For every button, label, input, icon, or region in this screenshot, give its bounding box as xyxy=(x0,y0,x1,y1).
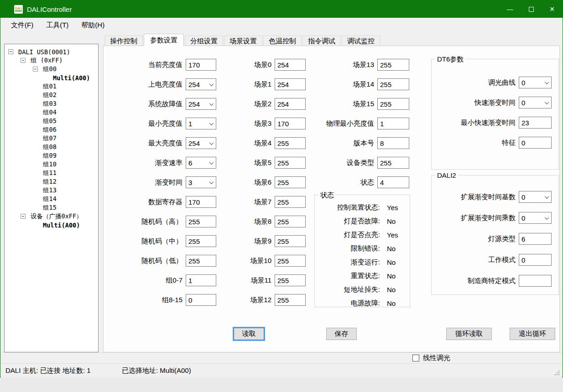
close-button[interactable]: ✕ xyxy=(542,0,563,18)
field-input[interactable]: 255 xyxy=(275,137,306,149)
field-input[interactable]: 1 xyxy=(186,118,216,129)
minimize-button[interactable]: — xyxy=(500,0,521,18)
action-button[interactable]: 读取 xyxy=(234,328,264,340)
linear-dimming-checkbox[interactable] xyxy=(412,355,419,361)
tab[interactable]: 色温控制 xyxy=(263,36,302,46)
tree-item[interactable]: 组 (0xFF) xyxy=(5,56,98,65)
field-input[interactable]: 0 xyxy=(519,191,552,203)
field-input[interactable]: 255 xyxy=(186,235,216,247)
field-input[interactable]: 254 xyxy=(186,98,216,110)
field-input[interactable]: 255 xyxy=(186,216,216,227)
tree-item[interactable]: 设备（广播0xFF） xyxy=(5,212,98,221)
menu-item[interactable]: 工具(T) xyxy=(40,19,75,32)
field-input[interactable]: 255 xyxy=(377,78,409,90)
field-input[interactable]: 6 xyxy=(519,233,552,245)
field-input[interactable]: 0 xyxy=(519,212,552,224)
field-label: 当前亮度值 xyxy=(117,61,186,69)
field-input[interactable]: 170 xyxy=(275,118,306,129)
collapse-icon[interactable] xyxy=(21,58,26,63)
field-input[interactable]: 254 xyxy=(275,59,306,71)
tree-item[interactable]: 组14 xyxy=(5,195,98,203)
field-input[interactable]: 0 xyxy=(519,77,552,88)
tab[interactable]: 调试监控 xyxy=(342,36,380,46)
field-input[interactable]: 254 xyxy=(186,137,216,149)
field-input[interactable]: 255 xyxy=(275,176,306,188)
maximize-button[interactable] xyxy=(521,0,542,18)
tab[interactable]: 场景设置 xyxy=(224,36,262,46)
action-button[interactable]: 循环读取 xyxy=(446,328,492,340)
field-input[interactable]: 254 xyxy=(275,78,306,90)
field-input[interactable]: 255 xyxy=(186,255,216,267)
tree-item[interactable]: 组02 xyxy=(5,91,98,99)
field-input[interactable]: 255 xyxy=(275,274,306,286)
field-input[interactable]: 23 xyxy=(519,117,552,129)
chevron-down-icon[interactable] xyxy=(208,158,215,168)
field-input[interactable]: 255 xyxy=(275,157,306,169)
tree-item[interactable]: Multi(A00) xyxy=(5,73,98,82)
field-input[interactable]: 1 xyxy=(377,118,409,129)
collapse-icon[interactable] xyxy=(21,214,26,219)
field-input[interactable]: 255 xyxy=(275,255,306,267)
field-input[interactable]: 254 xyxy=(186,78,216,90)
field-input[interactable]: 3 xyxy=(186,176,216,188)
tree-item[interactable]: 组07 xyxy=(5,134,98,143)
field-input[interactable]: 0 xyxy=(519,97,552,108)
tree-item[interactable]: 组05 xyxy=(5,117,98,125)
action-button[interactable]: 退出循环 xyxy=(510,328,555,340)
tree-item[interactable]: 组04 xyxy=(5,108,98,117)
chevron-down-icon[interactable] xyxy=(208,119,215,129)
menu-item[interactable]: 帮助(H) xyxy=(75,19,111,32)
chevron-down-icon[interactable] xyxy=(543,213,551,223)
field-input[interactable]: 254 xyxy=(275,98,306,110)
field-input[interactable]: 255 xyxy=(275,294,306,306)
tree-item[interactable]: 组03 xyxy=(5,99,98,108)
field-input[interactable]: 1 xyxy=(186,274,216,286)
field-input[interactable]: 255 xyxy=(275,196,306,208)
tree-item[interactable]: 组09 xyxy=(5,151,98,160)
action-button[interactable]: 保存 xyxy=(326,328,357,340)
menu-item[interactable]: 文件(F) xyxy=(5,19,40,32)
tree-item[interactable]: DALI USB(0001) xyxy=(5,47,98,56)
field-input[interactable]: 0 xyxy=(186,294,216,306)
tree-item[interactable]: 组12 xyxy=(5,177,98,186)
tree-item[interactable]: 组13 xyxy=(5,186,98,195)
chevron-down-icon[interactable] xyxy=(208,177,215,187)
chevron-down-icon[interactable] xyxy=(208,79,215,89)
tree-item[interactable]: 组15 xyxy=(5,203,98,212)
field-input[interactable]: 0 xyxy=(519,254,552,266)
field-input[interactable]: 0 xyxy=(519,137,552,149)
field-input[interactable]: 170 xyxy=(186,196,216,208)
field-input[interactable]: 255 xyxy=(377,157,409,169)
scene-column-1: 场景0 254 场景1 254 场景2 xyxy=(240,59,306,306)
field-input[interactable]: 170 xyxy=(186,59,216,71)
chevron-down-icon[interactable] xyxy=(208,138,215,148)
tree-item[interactable]: 组10 xyxy=(5,160,98,169)
resize-grip[interactable] xyxy=(555,371,556,371)
collapse-icon[interactable] xyxy=(8,49,13,54)
field-input[interactable]: 6 xyxy=(186,157,216,169)
tree-item[interactable]: 组00 xyxy=(5,65,98,73)
tab[interactable]: 参数设置 xyxy=(144,34,184,46)
chevron-down-icon[interactable] xyxy=(543,98,551,108)
field-input[interactable]: 255 xyxy=(275,235,306,247)
tree-item[interactable]: 组06 xyxy=(5,125,98,134)
tab[interactable]: 指令调试 xyxy=(302,36,341,46)
chevron-down-icon[interactable] xyxy=(208,99,215,109)
field-input[interactable]: 8 xyxy=(377,137,409,149)
tab[interactable]: 分组设置 xyxy=(185,36,223,46)
tree-item[interactable]: 组08 xyxy=(5,143,98,151)
tree-item[interactable]: 组11 xyxy=(5,169,98,177)
field-input[interactable]: 4 xyxy=(377,176,409,188)
field-input[interactable] xyxy=(519,275,552,287)
chevron-down-icon[interactable] xyxy=(543,192,551,202)
collapse-icon[interactable] xyxy=(33,67,38,72)
field-input[interactable]: 255 xyxy=(377,59,409,71)
field-input[interactable]: 255 xyxy=(275,216,306,227)
field-input[interactable]: 255 xyxy=(377,98,409,110)
chevron-down-icon[interactable] xyxy=(543,77,551,88)
tree-item[interactable]: Multi(A00) xyxy=(5,221,98,229)
tab[interactable]: 操作控制 xyxy=(104,36,143,46)
field-value: 23 xyxy=(521,119,529,127)
field-label: 场景2 xyxy=(240,100,275,108)
tree-item[interactable]: 组01 xyxy=(5,82,98,91)
